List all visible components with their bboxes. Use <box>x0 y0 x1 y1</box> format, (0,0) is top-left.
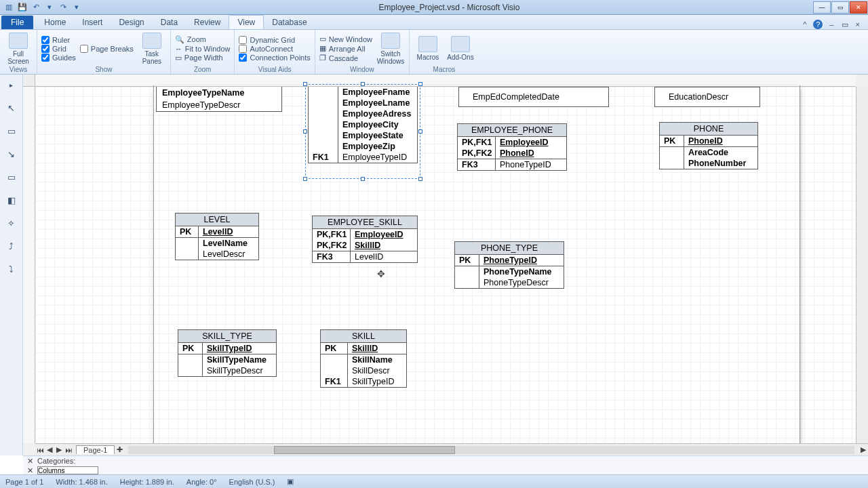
full-screen-button[interactable]: Full Screen <box>4 31 33 66</box>
close-button[interactable]: ✕ <box>850 1 867 14</box>
attr-skillid-pk: SkillID <box>348 343 406 354</box>
qat-customize[interactable]: ▾ <box>71 1 83 14</box>
entity-emped-partial[interactable]: EmpEdCompletedDate <box>458 87 609 107</box>
group-zoom: 🔍 Zoom ↔ Fit to Window ▭ Page Width Zoom <box>171 30 235 74</box>
mdi-controls[interactable]: – ▭ × <box>829 20 863 29</box>
group-show: Ruler Grid Guides Page Breaks Task Panes… <box>37 30 171 74</box>
addons-button[interactable]: Add-Ons <box>446 31 475 66</box>
help-icon[interactable]: ? <box>813 20 823 29</box>
tab-home[interactable]: Home <box>36 16 74 29</box>
shapes-pane-collapsed[interactable]: ▸ ↖ ▭ ↘ ▭ ◧ ⟡ ⤴ ⤵ <box>0 75 23 455</box>
ribbon-minimize-icon[interactable]: ^ <box>803 20 806 28</box>
attr-employeetypedescr: EmployeeTypeDescr <box>157 99 281 111</box>
page-prev-button[interactable]: ◀ <box>45 445 54 454</box>
entity-skill-title: SKILL <box>321 330 406 343</box>
connection-points-toggle[interactable]: Connection Points <box>239 54 310 62</box>
child-tool-icon[interactable]: ⤵ <box>4 262 19 277</box>
attr-phonetypename: PhoneTypeName <box>479 266 564 277</box>
hscroll-thumb[interactable] <box>274 446 456 454</box>
expand-shapes-icon[interactable]: ▸ <box>4 77 19 92</box>
attr-skill-skilltypeid: SkillTypeID <box>348 376 406 387</box>
redo-button[interactable]: ↷ <box>57 1 69 14</box>
arrange-all-button[interactable]: ▦ Arrange All <box>319 44 372 53</box>
panel-close-icon[interactable]: ✕ <box>27 457 33 466</box>
save-button[interactable]: 💾 <box>16 1 28 14</box>
pointer-tool-icon[interactable]: ↖ <box>4 100 19 115</box>
tab-data[interactable]: Data <box>153 16 186 29</box>
switch-windows-button[interactable]: Switch Windows <box>376 31 405 66</box>
entity-phone[interactable]: PHONE PKPhoneID AreaCode PhoneNumber <box>659 122 758 169</box>
dynamic-grid-toggle[interactable]: Dynamic Grid <box>239 36 310 44</box>
attr-skilltypename: SkillTypeName <box>203 354 276 365</box>
page-next-button[interactable]: ▶ <box>54 445 64 454</box>
task-panes-button[interactable]: Task Panes <box>138 31 166 66</box>
fit-window-button[interactable]: ↔ Fit to Window <box>175 45 231 53</box>
qat-dropdown[interactable]: ▾ <box>43 1 56 14</box>
entity-employee-type-partial[interactable]: EmployeeTypeName EmployeeTypeDescr <box>156 87 282 112</box>
page-width-button[interactable]: ▭ Page Width <box>175 54 231 62</box>
drawing-area[interactable]: EmployeeTypeName EmployeeTypeDescr EmpEd… <box>23 75 868 455</box>
page-tab-1[interactable]: Page-1 <box>76 445 115 454</box>
tab-review[interactable]: Review <box>186 16 229 29</box>
attr-employeefname: EmployeeFname <box>338 87 417 98</box>
status-language[interactable]: English (U.S.) <box>229 478 275 486</box>
visio-icon: ▥ <box>3 1 15 14</box>
zoom-button[interactable]: 🔍 Zoom <box>175 35 231 44</box>
attr-phonetypedescr: PhoneTypeDescr <box>479 277 564 288</box>
entity-phone-type[interactable]: PHONE_TYPE PKPhoneTypeID PhoneTypeName P… <box>454 241 564 289</box>
attr-es-employeeid: EmployeeID <box>351 229 417 240</box>
view-tool-icon[interactable]: ▭ <box>4 169 19 184</box>
entity-employee-partial[interactable]: EmployeeFname EmployeeLname EmployeeAdre… <box>308 87 418 163</box>
window-title: Employee_Project.vsd - Microsoft Visio <box>85 3 813 12</box>
macros-button[interactable]: Macros <box>414 31 442 66</box>
entity-level[interactable]: LEVEL PKLevelID LevelName LevelDescr <box>175 213 259 260</box>
connector-tool-icon[interactable]: ↘ <box>4 146 19 161</box>
status-angle: Angle: 0° <box>186 478 217 486</box>
tab-design[interactable]: Design <box>111 16 152 29</box>
maximize-button[interactable]: ▭ <box>831 1 849 14</box>
group-views: Full Screen Views <box>0 30 37 74</box>
entity-employee-skill[interactable]: EMPLOYEE_SKILL PK,FK1EmployeeID PK,FK2Sk… <box>312 216 418 263</box>
ruler-toggle[interactable]: Ruler <box>41 36 76 44</box>
page-first-button[interactable]: ⏮ <box>35 446 45 454</box>
entity-education-partial[interactable]: EducationDescr <box>654 87 760 107</box>
status-page: Page 1 of 1 <box>5 478 43 486</box>
grid-toggle[interactable]: Grid <box>41 45 76 53</box>
horizontal-scrollbar[interactable] <box>128 446 854 454</box>
status-width: Width: 1.468 in. <box>56 478 107 486</box>
page-breaks-toggle[interactable]: Page Breaks <box>80 45 134 53</box>
entity-employee-phone[interactable]: EMPLOYEE_PHONE PK,FK1EmployeeID PK,FK2Ph… <box>457 123 567 171</box>
group-macros-label: Macros <box>414 66 475 74</box>
undo-button[interactable]: ↶ <box>30 1 42 14</box>
attr-leveldescr: LevelDescr <box>199 249 258 260</box>
category-tool-icon[interactable]: ◧ <box>4 192 19 207</box>
parent-tool-icon[interactable]: ⤴ <box>4 239 19 253</box>
autoconnect-toggle[interactable]: AutoConnect <box>239 45 310 53</box>
attr-phoneid-pk: PhoneID <box>684 136 757 146</box>
new-window-button[interactable]: ▭ New Window <box>319 35 372 43</box>
hscroll-right-button[interactable]: ▶ <box>859 445 868 454</box>
minimize-button[interactable]: — <box>813 1 831 14</box>
guides-toggle[interactable]: Guides <box>41 54 76 62</box>
switch-windows-icon <box>381 33 400 49</box>
ruler-corner <box>23 75 35 87</box>
file-tab[interactable]: File <box>1 16 33 29</box>
properties-panel[interactable]: ✕Categories: ✕ <box>23 455 868 474</box>
window-controls: — ▭ ✕ <box>813 1 868 14</box>
tab-view[interactable]: View <box>229 15 264 29</box>
add-page-button[interactable]: ✚ <box>115 445 124 454</box>
entity-skill[interactable]: SKILL PKSkillID SkillName SkillDescr FK1… <box>320 329 407 388</box>
vertical-scrollbar[interactable] <box>856 87 868 443</box>
entity-skill-type[interactable]: SKILL_TYPE PKSkillTypeID SkillTypeName S… <box>178 329 277 377</box>
macro-record-icon[interactable]: ▣ <box>287 477 294 486</box>
page-last-button[interactable]: ⏭ <box>64 446 73 454</box>
tab-insert[interactable]: Insert <box>74 16 111 29</box>
tab-database[interactable]: Database <box>264 16 315 29</box>
entity-tool-icon[interactable]: ▭ <box>4 123 19 138</box>
canvas[interactable]: EmployeeTypeName EmployeeTypeDescr EmpEd… <box>35 87 856 443</box>
attr-employeecity: EmployeeCity <box>338 119 417 130</box>
columns-input[interactable] <box>37 466 98 474</box>
panel-close-icon-2[interactable]: ✕ <box>27 466 33 475</box>
relation-tool-icon[interactable]: ⟡ <box>4 216 19 230</box>
cascade-button[interactable]: ❐ Cascade <box>319 54 372 62</box>
